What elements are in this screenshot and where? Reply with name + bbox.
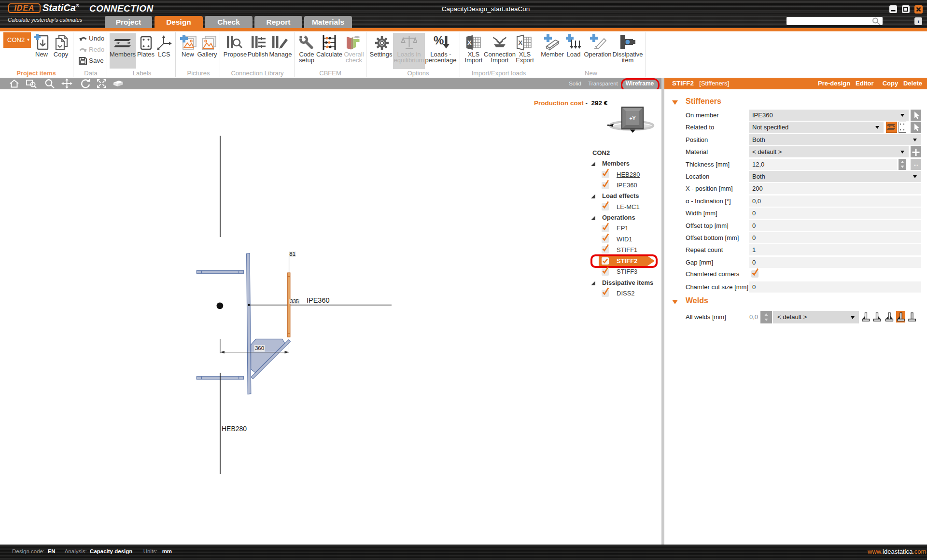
svg-text:X: X: [467, 39, 472, 46]
svg-text:360: 360: [255, 345, 264, 351]
svg-text:81: 81: [289, 251, 295, 257]
svg-text:IPE360: IPE360: [307, 296, 330, 304]
svg-text:%: %: [434, 34, 444, 47]
svg-text:335: 335: [290, 298, 299, 304]
svg-text:HEB280: HEB280: [222, 425, 247, 433]
svg-text:+Y: +Y: [629, 115, 635, 121]
svg-text:X: X: [519, 39, 523, 46]
